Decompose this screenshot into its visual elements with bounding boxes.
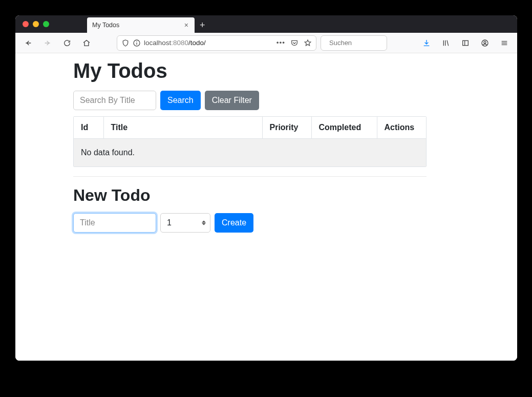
col-completed: Completed: [311, 117, 377, 139]
more-icon[interactable]: •••: [276, 39, 285, 47]
col-title: Title: [103, 117, 262, 139]
search-input[interactable]: [328, 38, 416, 47]
new-tab-button[interactable]: +: [195, 17, 210, 33]
search-bar[interactable]: [321, 35, 387, 51]
home-icon: [82, 39, 91, 47]
chevron-updown-icon: [202, 221, 206, 225]
url-host: localhost: [144, 39, 171, 47]
svg-point-6: [484, 41, 486, 43]
arrow-left-icon: [24, 39, 32, 47]
page-body: My Todos Search Clear Filter Id Title Pr…: [15, 53, 517, 361]
svg-rect-4: [463, 40, 469, 45]
search-title-input[interactable]: [73, 91, 156, 110]
hamburger-icon: [500, 39, 508, 47]
create-button[interactable]: Create: [215, 213, 253, 233]
account-icon: [481, 39, 489, 47]
shield-icon: [121, 39, 130, 47]
download-icon: [422, 39, 431, 47]
browser-toolbar: localhost:8080/todo/ •••: [15, 33, 517, 53]
table-empty-row: No data found.: [74, 139, 426, 167]
table-header-row: Id Title Priority Completed Actions: [74, 117, 426, 139]
window-controls: [20, 15, 53, 33]
sidebar-button[interactable]: [458, 35, 473, 51]
star-icon[interactable]: [304, 39, 312, 47]
clear-filter-button[interactable]: Clear Filter: [205, 91, 259, 110]
downloads-button[interactable]: [419, 35, 434, 51]
col-priority: Priority: [262, 117, 311, 139]
app-container: My Todos Search Clear Filter Id Title Pr…: [73, 53, 427, 243]
back-button[interactable]: [20, 35, 36, 51]
reload-button[interactable]: [59, 35, 75, 51]
url-path: /todo/: [188, 39, 206, 47]
svg-rect-2: [136, 43, 137, 45]
url-port: :8080: [171, 39, 188, 47]
home-button[interactable]: [79, 35, 94, 51]
close-tab-icon[interactable]: ×: [183, 20, 189, 30]
tab-title: My Todos: [92, 22, 183, 29]
account-button[interactable]: [477, 35, 493, 51]
browser-window: My Todos × + localhost:8080/todo/ •••: [15, 15, 517, 361]
address-bar[interactable]: localhost:8080/todo/ •••: [117, 35, 316, 51]
priority-select[interactable]: 1: [160, 213, 210, 233]
arrow-right-icon: [44, 39, 52, 47]
divider: [73, 176, 427, 177]
search-form: Search Clear Filter: [73, 91, 427, 110]
menu-button[interactable]: [497, 35, 512, 51]
pocket-icon[interactable]: [290, 39, 299, 47]
col-actions: Actions: [377, 117, 426, 139]
page-title: My Todos: [73, 59, 427, 82]
url-text: localhost:8080/todo/: [144, 39, 273, 47]
new-todo-heading: New Todo: [73, 186, 427, 205]
col-id: Id: [74, 117, 103, 139]
browser-tab[interactable]: My Todos ×: [87, 17, 195, 33]
search-button[interactable]: Search: [160, 91, 201, 110]
reload-icon: [63, 39, 71, 47]
info-icon: [133, 39, 141, 47]
library-icon: [442, 39, 450, 47]
todos-table: Id Title Priority Completed Actions No d…: [73, 116, 427, 167]
tab-strip: My Todos × +: [15, 15, 517, 33]
empty-message: No data found.: [74, 139, 426, 167]
library-button[interactable]: [438, 35, 454, 51]
maximize-window-icon[interactable]: [43, 21, 49, 27]
minimize-window-icon[interactable]: [33, 21, 39, 27]
forward-button: [40, 35, 55, 51]
close-window-icon[interactable]: [23, 21, 29, 27]
svg-point-1: [136, 41, 137, 42]
new-todo-title-input[interactable]: [73, 213, 156, 233]
panel-icon: [461, 39, 470, 47]
new-todo-form: 1 Create: [73, 213, 427, 233]
priority-selected: 1: [167, 218, 172, 227]
